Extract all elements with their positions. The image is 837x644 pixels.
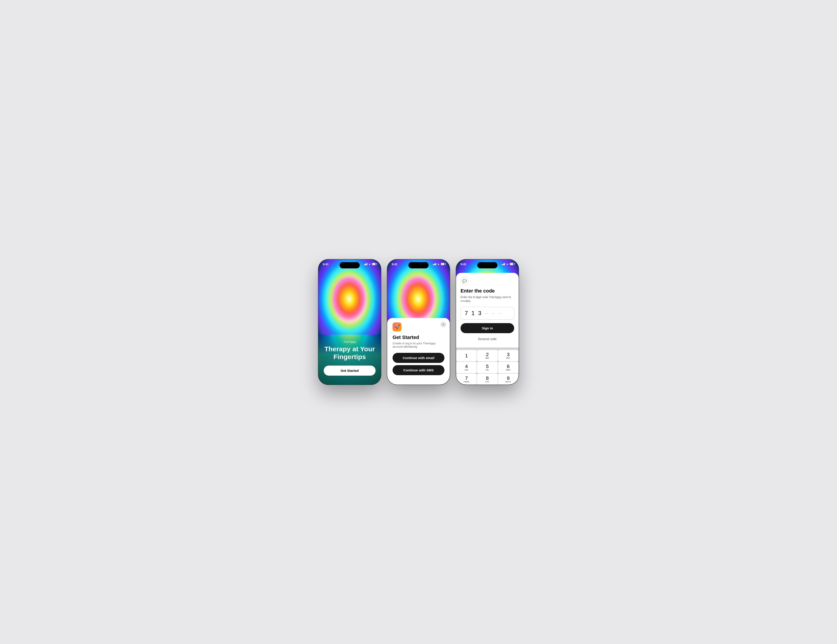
hero-title: Therapy at Your Fingertips [324,345,376,361]
battery-icon-3 [510,263,514,265]
modal-subtitle: Create or log in to your TherAppy accoun… [392,342,445,348]
code-digit-3: 3 [477,310,482,317]
numpad-key-8[interactable]: 8 TUV [477,374,497,385]
numpad-key-6[interactable]: 6 MNO [498,362,519,373]
get-started-button[interactable]: Get Started [324,365,376,375]
sign-in-button[interactable]: Sign in [461,323,514,333]
message-icon: 💬 [461,277,469,285]
status-icons-1: ▲ [364,262,376,265]
phone-1: 9:41 ▲ TherAppy [318,259,381,385]
numpad-row-1: 1 2 ABC 3 DEF [456,350,519,362]
numpad-row-3: 7 PQRS 8 TUV 9 WXYZ [456,374,519,385]
numpad-key-5[interactable]: 5 JKL [477,362,497,373]
code-entry-sheet: 💬 Enter the code Enter the 6-digit code … [456,273,519,385]
code-title: Enter the code [461,288,514,294]
resend-code-link[interactable]: Resend code [461,335,514,344]
battery-icon-2 [441,263,445,265]
code-digit-5: – [491,310,496,316]
continue-sms-button[interactable]: Continue with SMS [392,365,445,375]
phones-container: 9:41 ▲ TherAppy [318,259,519,385]
code-digit-6: – [497,310,502,316]
dynamic-island-3 [477,262,497,269]
dynamic-island-1 [340,262,360,269]
numpad-key-4[interactable]: 4 GHI [456,362,477,373]
code-input-row[interactable]: 7 1 3 – – – [461,307,514,320]
get-started-modal: ✕ 🚀 Get Started Create or log in to your… [387,318,450,385]
key-num-1: 1 [465,353,468,358]
code-digit-2: 1 [471,310,476,317]
numpad: 1 2 ABC 3 DEF [456,347,519,385]
signal-icon-2 [433,263,436,265]
app-name: TherAppy [324,340,376,343]
modal-close-button[interactable]: ✕ [440,321,446,327]
wifi-icon-3: ▲ [506,262,509,265]
continue-email-button[interactable]: Continue with email [392,353,445,363]
numpad-key-3[interactable]: 3 DEF [498,350,519,361]
modal-app-icon: 🚀 [392,323,402,331]
numpad-key-7[interactable]: 7 PQRS [456,374,477,385]
modal-title: Get Started [392,334,445,340]
status-icons-2: ▲ [433,262,445,265]
signal-icon-1 [364,263,367,265]
wifi-icon-2: ▲ [437,262,440,265]
code-subtitle: Enter the 6-digit code TherAppy sent to … [461,295,514,303]
dynamic-island-2 [409,262,428,269]
code-digit-4: – [484,310,489,316]
code-digit-1: 7 [464,310,469,317]
numpad-key-2[interactable]: 2 ABC [477,350,497,361]
wifi-icon-1: ▲ [368,262,371,265]
numpad-row-2: 4 GHI 5 JKL 6 MNO [456,362,519,374]
phone-2: 9:41 ▲ ✕ [387,259,450,385]
battery-icon-1 [372,263,376,265]
numpad-key-9[interactable]: 9 WXYZ [498,374,519,385]
phone-3: 9:41 ▲ [456,259,519,385]
signal-icon-3 [502,263,505,265]
numpad-key-1[interactable]: 1 [456,350,477,361]
status-icons-3: ▲ [502,262,514,265]
